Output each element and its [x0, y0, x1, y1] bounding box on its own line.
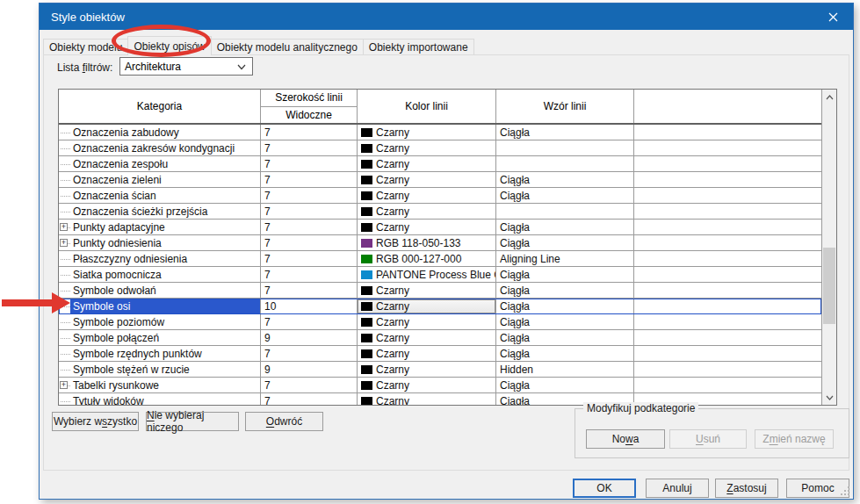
resize-grip[interactable] — [840, 486, 850, 496]
close-button[interactable] — [813, 4, 853, 30]
table-row[interactable]: Oznaczenia zieleni7CzarnyCiągła — [59, 172, 821, 188]
cancel-button[interactable]: Anuluj — [646, 479, 709, 498]
category-cell[interactable]: Symbole odwołań — [59, 283, 261, 298]
line-pattern-cell[interactable]: Ciągła — [496, 267, 634, 282]
table-row[interactable]: Oznaczenia zabudowy7CzarnyCiągła — [59, 125, 821, 140]
line-pattern-cell[interactable]: Ciągła — [496, 283, 634, 298]
scroll-down-arrow-icon[interactable] — [822, 390, 836, 405]
scrollbar-thumb[interactable] — [823, 248, 835, 324]
line-color-cell[interactable]: RGB 000-127-000 — [358, 251, 496, 266]
select-none-button[interactable]: Nie wybieraj niczego — [146, 412, 239, 431]
table-row[interactable]: Płaszczyzny odniesienia7RGB 000-127-000A… — [59, 251, 821, 267]
line-pattern-cell[interactable]: Ciągła — [496, 378, 634, 392]
table-row[interactable]: Oznaczenia zespołu7Czarny — [59, 156, 821, 172]
line-pattern-cell[interactable] — [496, 156, 634, 171]
line-weight-cell[interactable]: 7 — [261, 314, 358, 329]
new-subcategory-button[interactable]: Nowa — [586, 429, 665, 449]
category-cell[interactable]: Płaszczyzny odniesienia — [59, 251, 261, 266]
table-row[interactable]: Oznaczenia ścieżki przejścia7Czarny — [59, 204, 821, 220]
vertical-scrollbar[interactable] — [821, 90, 836, 405]
table-row[interactable]: Symbole osi10CzarnyCiągła — [59, 299, 821, 314]
line-pattern-cell[interactable]: Ciągła — [496, 299, 634, 313]
line-color-cell[interactable]: Czarny — [358, 156, 496, 171]
line-pattern-cell[interactable]: Ciągła — [496, 125, 634, 140]
line-color-cell[interactable]: Czarny — [358, 188, 496, 203]
line-pattern-cell[interactable]: Aligning Line — [496, 251, 634, 266]
expand-icon[interactable] — [60, 239, 68, 247]
table-row[interactable]: Punkty odniesienia7RGB 118-050-133Ciągła — [59, 235, 821, 251]
line-weight-cell[interactable]: 7 — [261, 235, 358, 250]
line-color-cell[interactable]: Czarny — [358, 204, 496, 219]
category-cell[interactable]: Oznaczenia ścieżki przejścia — [59, 204, 261, 219]
table-row[interactable]: Symbole stężeń w rzucie9CzarnyHidden — [59, 362, 821, 378]
line-weight-cell[interactable]: 7 — [261, 125, 358, 140]
table-row[interactable]: Tabelki rysunkowe7CzarnyCiągła — [59, 378, 821, 393]
line-pattern-cell[interactable]: Ciągła — [496, 172, 634, 187]
line-pattern-cell[interactable]: Ciągła — [496, 330, 634, 345]
scroll-up-arrow-icon[interactable] — [822, 90, 836, 104]
line-pattern-cell[interactable]: Ciągła — [496, 314, 634, 329]
line-weight-cell[interactable]: 7 — [261, 172, 358, 187]
line-color-cell[interactable]: Czarny — [358, 346, 496, 361]
line-color-cell[interactable]: Czarny — [358, 393, 496, 405]
line-weight-cell[interactable]: 7 — [261, 140, 358, 155]
line-weight-cell[interactable]: 7 — [261, 188, 358, 203]
category-cell[interactable]: Oznaczenia zabudowy — [59, 125, 261, 140]
line-color-cell[interactable]: Czarny — [358, 283, 496, 298]
category-cell[interactable]: Tytuły widoków — [59, 393, 261, 405]
line-weight-cell[interactable]: 9 — [261, 362, 358, 377]
line-color-cell[interactable]: Czarny — [358, 362, 496, 377]
table-row[interactable]: Symbole poziomów7CzarnyCiągła — [59, 314, 821, 330]
line-color-cell[interactable]: Czarny — [358, 330, 496, 345]
line-color-cell[interactable]: Czarny — [358, 220, 496, 234]
line-weight-cell[interactable]: 7 — [261, 346, 358, 361]
line-color-cell[interactable]: Czarny — [358, 314, 496, 329]
table-row[interactable]: Oznaczenia ścian7CzarnyCiągła — [59, 188, 821, 204]
line-color-cell[interactable]: RGB 118-050-133 — [358, 235, 496, 250]
line-pattern-cell[interactable]: Ciągła — [496, 346, 634, 361]
category-cell[interactable]: Siatka pomocnicza — [59, 267, 261, 282]
apply-button[interactable]: Zastosuj — [715, 479, 778, 498]
category-cell[interactable]: Symbole osi — [59, 299, 261, 313]
category-cell[interactable]: Oznaczenia zakresów kondygnacji — [59, 140, 261, 155]
line-pattern-cell[interactable] — [496, 204, 634, 219]
line-color-cell[interactable]: Czarny — [358, 125, 496, 140]
category-cell[interactable]: Tabelki rysunkowe — [59, 378, 261, 392]
line-weight-cell[interactable]: 7 — [261, 204, 358, 219]
category-cell[interactable]: Oznaczenia zieleni — [59, 172, 261, 187]
ok-button[interactable]: OK — [573, 479, 636, 498]
invert-selection-button[interactable]: Odwróć — [245, 412, 323, 431]
table-row[interactable]: Oznaczenia zakresów kondygnacji7Czarny — [59, 140, 821, 156]
line-weight-cell[interactable]: 9 — [261, 330, 358, 345]
select-all-button[interactable]: Wybierz wszystko — [52, 412, 139, 431]
table-row[interactable]: Symbole połączeń9CzarnyCiągła — [59, 330, 821, 346]
category-cell[interactable]: Oznaczenia ścian — [59, 188, 261, 203]
tab-obiekty-importowane[interactable]: Obiekty importowane — [363, 39, 474, 54]
category-cell[interactable]: Symbole rzędnych punktów — [59, 346, 261, 361]
expand-icon[interactable] — [60, 223, 68, 231]
line-color-cell[interactable]: Czarny — [358, 140, 496, 155]
table-row[interactable]: Symbole odwołań7CzarnyCiągła — [59, 283, 821, 299]
tab-obiekty-modelu-analitycznego[interactable]: Obiekty modelu analitycznego — [211, 39, 364, 54]
line-color-cell[interactable]: Czarny — [358, 378, 496, 392]
table-row[interactable]: Symbole rzędnych punktów7CzarnyCiągła — [59, 346, 821, 362]
line-pattern-cell[interactable]: Ciągła — [496, 235, 634, 250]
table-row[interactable]: Punkty adaptacyjne7CzarnyCiągła — [59, 220, 821, 235]
line-color-cell[interactable]: PANTONE Process Blue C — [358, 267, 496, 282]
category-cell[interactable]: Symbole stężeń w rzucie — [59, 362, 261, 377]
line-color-cell[interactable]: Czarny — [358, 172, 496, 187]
category-cell[interactable]: Oznaczenia zespołu — [59, 156, 261, 171]
line-weight-cell[interactable]: 7 — [261, 267, 358, 282]
line-weight-cell[interactable]: 7 — [261, 393, 358, 405]
category-cell[interactable]: Punkty adaptacyjne — [59, 220, 261, 234]
category-cell[interactable]: Symbole połączeń — [59, 330, 261, 345]
line-weight-cell[interactable]: 7 — [261, 156, 358, 171]
category-cell[interactable]: Punkty odniesienia — [59, 235, 261, 250]
line-weight-cell[interactable]: 7 — [261, 220, 358, 234]
line-weight-cell[interactable]: 10 — [261, 299, 358, 313]
line-color-cell[interactable]: Czarny — [358, 299, 496, 313]
line-weight-cell[interactable]: 7 — [261, 378, 358, 392]
line-weight-cell[interactable]: 7 — [261, 251, 358, 266]
line-weight-cell[interactable]: 7 — [261, 283, 358, 298]
line-pattern-cell[interactable]: Hidden — [496, 362, 634, 377]
